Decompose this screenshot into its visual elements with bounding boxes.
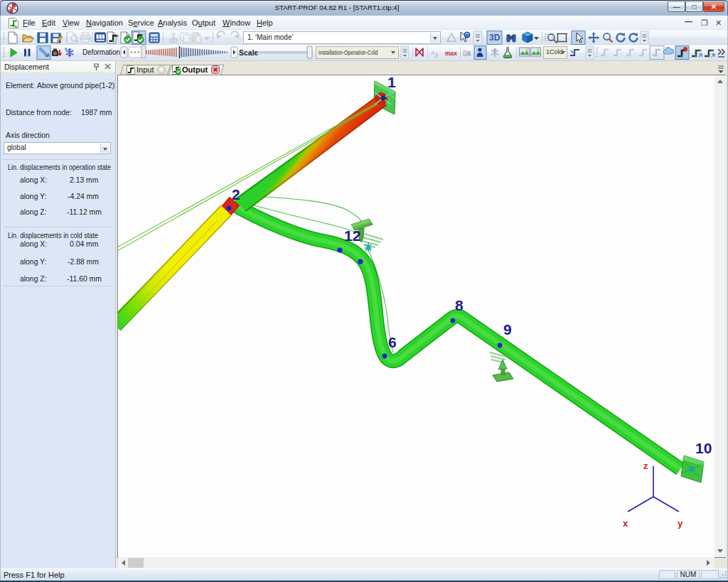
svg-text:max: max [445, 50, 457, 57]
svg-text:12: 12 [344, 227, 360, 244]
svg-text:2: 2 [232, 186, 240, 203]
svg-text:x: x [623, 518, 628, 529]
svg-text:1: 1 [387, 75, 396, 90]
svg-text:10: 10 [695, 440, 712, 456]
svg-text:z: z [643, 460, 648, 471]
svg-text:3D: 3D [489, 33, 500, 43]
svg-text:▯a: ▯a [463, 49, 471, 57]
svg-text:y: y [678, 518, 683, 529]
svg-text:Deformation: Deformation [82, 48, 120, 56]
svg-text:9: 9 [503, 321, 512, 338]
svg-text:Scale: Scale [239, 48, 259, 57]
svg-text:6: 6 [388, 334, 397, 350]
svg-text:z: z [435, 53, 438, 59]
svg-text:8: 8 [455, 297, 464, 313]
